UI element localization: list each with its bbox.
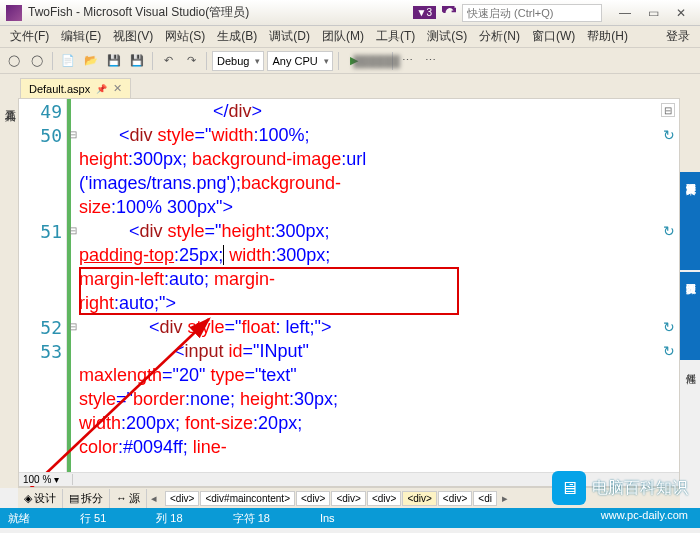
- menu-bar: 文件(F) 编辑(E) 视图(V) 网站(S) 生成(B) 调试(D) 团队(M…: [0, 26, 700, 48]
- breadcrumb-item[interactable]: <div>: [438, 491, 472, 506]
- fold-toggle[interactable]: ⊟: [69, 129, 79, 140]
- menu-test[interactable]: 测试(S): [421, 26, 473, 47]
- redo-icon[interactable]: ↷: [181, 51, 201, 71]
- new-file-icon[interactable]: 📄: [58, 51, 78, 71]
- config-select[interactable]: Debug: [212, 51, 264, 71]
- maximize-button[interactable]: ▭: [640, 4, 666, 22]
- design-view-button[interactable]: ◈ 设计: [18, 489, 63, 508]
- breadcrumb-item[interactable]: <di: [473, 491, 497, 506]
- menu-window[interactable]: 窗口(W): [526, 26, 581, 47]
- breadcrumb-prev[interactable]: ◂: [147, 492, 161, 505]
- browser-select[interactable]: ██████: [367, 51, 387, 71]
- breadcrumb-item[interactable]: <div>: [165, 491, 199, 506]
- saveall-icon[interactable]: 💾: [127, 51, 147, 71]
- close-button[interactable]: ✕: [668, 4, 694, 22]
- toolbar-icon[interactable]: ⋯: [398, 51, 418, 71]
- fold-toggle[interactable]: ⊟: [69, 225, 79, 236]
- properties-tab[interactable]: 属性: [680, 362, 700, 370]
- split-view-button[interactable]: ▤ 拆分: [63, 489, 110, 508]
- fold-toggle[interactable]: ⊟: [69, 321, 79, 332]
- toolbox-panel-tab[interactable]: 工具箱: [0, 98, 18, 488]
- tab-label: Default.aspx: [29, 83, 90, 95]
- breadcrumb-item[interactable]: <div#maincontent>: [200, 491, 295, 506]
- status-col: 列 18: [156, 511, 182, 526]
- watermark: 🖥 电脑百科知识 www.pc-daily.com: [552, 471, 688, 505]
- toolbar-icon[interactable]: ⋯: [421, 51, 441, 71]
- notification-badge[interactable]: ▼3: [413, 6, 436, 19]
- menu-debug[interactable]: 调试(D): [263, 26, 316, 47]
- breadcrumb-next[interactable]: ▸: [498, 492, 512, 505]
- open-icon[interactable]: 📂: [81, 51, 101, 71]
- menu-analyze[interactable]: 分析(N): [473, 26, 526, 47]
- menu-team[interactable]: 团队(M): [316, 26, 370, 47]
- line-number: 53: [40, 341, 62, 362]
- menu-help[interactable]: 帮助(H): [581, 26, 634, 47]
- tab-close-icon[interactable]: ✕: [113, 82, 122, 95]
- menu-file[interactable]: 文件(F): [4, 26, 55, 47]
- save-icon[interactable]: 💾: [104, 51, 124, 71]
- watermark-text: 电脑百科知识: [592, 478, 688, 499]
- login-link[interactable]: 登录: [660, 26, 696, 47]
- source-view-button[interactable]: ↔ 源: [110, 489, 147, 508]
- line-number: 51: [40, 221, 62, 242]
- undo-icon[interactable]: ↶: [158, 51, 178, 71]
- status-char: 字符 18: [233, 511, 270, 526]
- line-number: 50: [40, 125, 62, 146]
- menu-website[interactable]: 网站(S): [159, 26, 211, 47]
- status-ready: 就绪: [8, 511, 30, 526]
- watermark-url: www.pc-daily.com: [601, 509, 688, 521]
- highlight-box: [79, 267, 459, 315]
- status-bar: 就绪 行 51 列 18 字符 18 Ins: [0, 508, 700, 528]
- status-ins: Ins: [320, 512, 335, 524]
- line-number: 52: [40, 317, 62, 338]
- solution-explorer-tab[interactable]: 解决方案资源管理器: [680, 172, 700, 270]
- sync-icon[interactable]: [442, 6, 456, 20]
- editor-tab[interactable]: Default.aspx 📌 ✕: [20, 78, 131, 98]
- breadcrumb-item[interactable]: <div>: [296, 491, 330, 506]
- platform-select[interactable]: Any CPU: [267, 51, 332, 71]
- menu-build[interactable]: 生成(B): [211, 26, 263, 47]
- quick-launch-input[interactable]: [462, 4, 602, 22]
- zoom-select[interactable]: 100 % ▾: [19, 474, 73, 485]
- vs-logo-icon: [6, 5, 22, 21]
- line-number: 49: [40, 101, 62, 122]
- breadcrumb-item[interactable]: <div>: [402, 491, 436, 506]
- toolbar: ◯ ◯ 📄 📂 💾 💾 ↶ ↷ Debug Any CPU ▶ ██████ ⋯…: [0, 48, 700, 74]
- code-editor[interactable]: 49 50 51 52 53 ⊟ ⊟ ⊟ ⊟ ↻ ↻ ↻ ↻ </</div>d…: [18, 98, 680, 487]
- pin-icon[interactable]: 📌: [96, 84, 107, 94]
- status-line: 行 51: [80, 511, 106, 526]
- menu-tools[interactable]: 工具(T): [370, 26, 421, 47]
- breadcrumb-item[interactable]: <div>: [367, 491, 401, 506]
- nav-fwd-icon[interactable]: ◯: [27, 51, 47, 71]
- change-indicator: [67, 99, 71, 472]
- breadcrumb-item[interactable]: <div>: [331, 491, 365, 506]
- menu-edit[interactable]: 编辑(E): [55, 26, 107, 47]
- minimize-button[interactable]: —: [612, 4, 638, 22]
- menu-view[interactable]: 视图(V): [107, 26, 159, 47]
- team-explorer-tab[interactable]: 团队资源管理器: [680, 272, 700, 360]
- window-title: TwoFish - Microsoft Visual Studio(管理员): [28, 4, 413, 21]
- watermark-logo-icon: 🖥: [552, 471, 586, 505]
- nav-back-icon[interactable]: ◯: [4, 51, 24, 71]
